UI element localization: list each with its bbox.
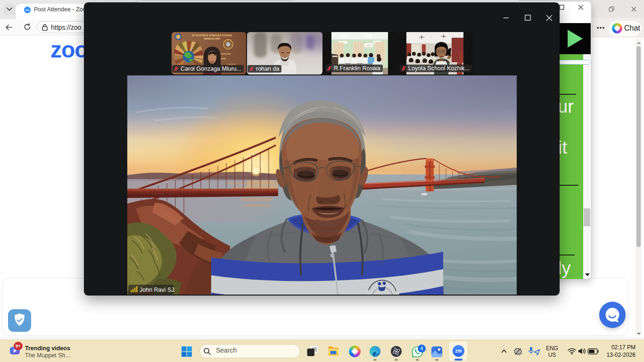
svg-text:MANGALURU: MANGALURU: [204, 37, 220, 40]
svg-text:John Ravi SJ: John Ravi SJ: [140, 287, 174, 293]
svg-text:✦✦✦: ✦✦✦: [366, 44, 372, 47]
svg-text:ST ALOYSIUS GONZAGA SCHOOL: ST ALOYSIUS GONZAGA SCHOOL: [192, 34, 233, 37]
